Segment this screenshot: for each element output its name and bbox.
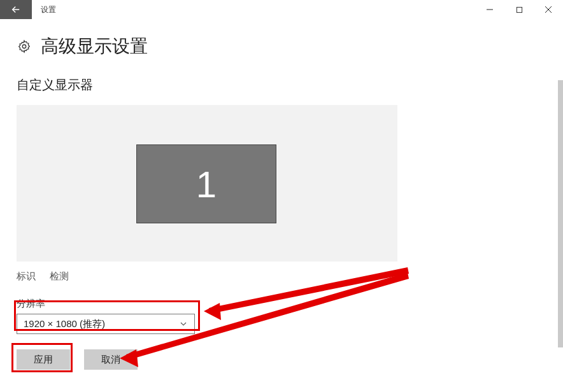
window-controls	[475, 0, 563, 19]
display-preview[interactable]: 1	[17, 105, 397, 262]
monitor-tile[interactable]: 1	[136, 144, 276, 223]
window-title: 设置	[32, 0, 65, 19]
cancel-button[interactable]: 取消	[84, 349, 138, 370]
maximize-button[interactable]	[504, 0, 534, 19]
chevron-down-icon	[179, 319, 188, 328]
close-button[interactable]	[534, 0, 563, 19]
apply-button[interactable]: 应用	[17, 349, 70, 370]
svg-rect-0	[517, 7, 522, 12]
section-title: 自定义显示器	[17, 76, 546, 94]
monitor-number: 1	[196, 163, 217, 206]
titlebar: 设置	[0, 0, 563, 19]
button-row: 应用 取消	[17, 349, 546, 370]
gear-icon	[17, 39, 32, 54]
back-button[interactable]	[0, 0, 32, 19]
preview-links: 标识 检测	[17, 270, 546, 283]
arrow-left-icon	[10, 4, 22, 15]
resolution-label: 分辨率	[17, 298, 546, 310]
scrollbar-track[interactable]	[555, 19, 563, 392]
identify-link[interactable]: 标识	[17, 270, 36, 283]
page-title: 高级显示设置	[41, 34, 148, 59]
detect-link[interactable]: 检测	[50, 270, 69, 283]
content-area: 高级显示设置 自定义显示器 1 标识 检测 分辨率 1920 × 1080 (推…	[0, 19, 563, 370]
close-icon	[545, 6, 552, 13]
page-header: 高级显示设置	[17, 34, 546, 59]
scrollbar-thumb[interactable]	[558, 80, 563, 347]
minimize-icon	[486, 6, 494, 13]
svg-point-1	[22, 45, 26, 48]
resolution-value: 1920 × 1080 (推荐)	[24, 318, 105, 330]
minimize-button[interactable]	[475, 0, 504, 19]
maximize-icon	[516, 6, 523, 13]
resolution-dropdown[interactable]: 1920 × 1080 (推荐)	[17, 314, 195, 334]
